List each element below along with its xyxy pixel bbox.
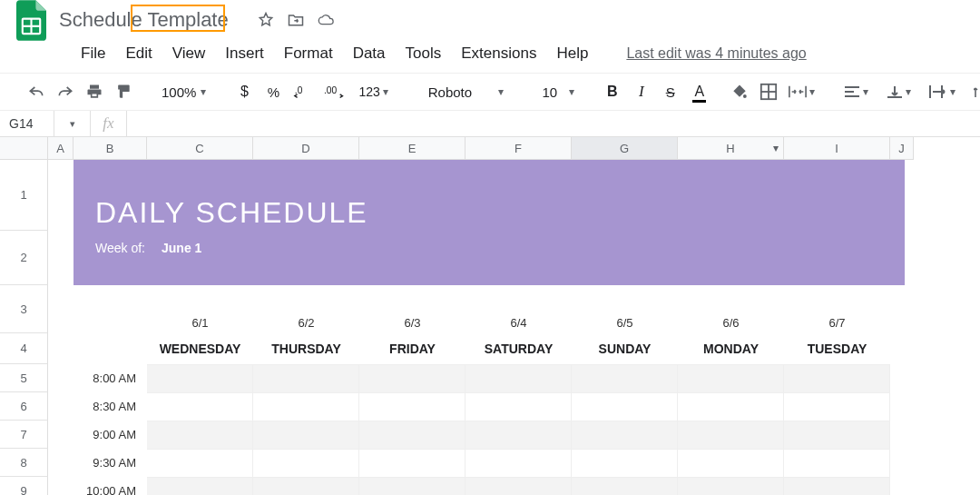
cell[interactable] (359, 421, 466, 449)
column-header[interactable]: F (466, 137, 572, 160)
column-header[interactable]: B (74, 137, 147, 160)
cell[interactable] (572, 449, 678, 477)
row-header[interactable]: 6 (0, 392, 48, 421)
day-cell[interactable]: FRIDAY (359, 342, 466, 356)
text-rotation-select[interactable]: A▾ (968, 78, 980, 105)
strikethrough-button[interactable]: S (656, 78, 685, 105)
cell[interactable] (253, 364, 359, 392)
font-family-select[interactable]: Roboto▾ (412, 78, 516, 105)
menu-data[interactable]: Data (343, 41, 396, 66)
borders-icon[interactable] (754, 78, 783, 105)
cell[interactable] (253, 392, 359, 421)
cell[interactable] (678, 392, 784, 421)
horizontal-align-select[interactable]: ▾ (838, 78, 881, 105)
cell[interactable] (784, 421, 890, 449)
paint-format-icon[interactable] (109, 78, 138, 105)
undo-icon[interactable] (22, 78, 51, 105)
grid-area[interactable]: A B C D E F G H▾ I J DAILY SCHEDULE Week… (48, 137, 980, 495)
font-size-select[interactable]: 10▾ (527, 78, 587, 105)
sheets-logo-icon[interactable] (13, 2, 49, 38)
date-cell[interactable]: 6/1 (147, 294, 253, 330)
text-color-button[interactable]: A (685, 78, 714, 105)
cell[interactable] (572, 392, 678, 421)
time-label[interactable]: 8:00 AM (74, 364, 147, 392)
column-header[interactable]: E (359, 137, 466, 160)
row-header[interactable]: 7 (0, 421, 48, 449)
menu-format[interactable]: Format (274, 41, 343, 66)
cell[interactable] (359, 449, 466, 477)
increase-decimal-icon[interactable]: .00 (318, 78, 353, 105)
move-to-folder-icon[interactable] (287, 11, 305, 29)
cell[interactable] (572, 421, 678, 449)
date-cell[interactable]: 6/5 (572, 294, 678, 330)
day-cell[interactable]: MONDAY (678, 342, 784, 356)
row-header[interactable]: 4 (0, 333, 48, 364)
italic-button[interactable]: I (627, 78, 656, 105)
row-header[interactable]: 1 (0, 160, 48, 231)
date-cell[interactable]: 6/2 (253, 294, 359, 330)
date-cell[interactable]: 6/7 (784, 294, 890, 330)
time-label[interactable]: 8:30 AM (74, 392, 147, 421)
cell[interactable] (678, 364, 784, 392)
menu-view[interactable]: View (162, 41, 216, 66)
day-cell[interactable]: THURSDAY (253, 342, 359, 356)
select-all-corner[interactable] (0, 137, 48, 160)
cell[interactable] (253, 449, 359, 477)
cell[interactable] (466, 392, 572, 421)
column-header[interactable]: A (48, 137, 74, 160)
print-icon[interactable] (80, 78, 109, 105)
cell[interactable] (466, 421, 572, 449)
cell[interactable] (147, 449, 253, 477)
menu-file[interactable]: File (71, 41, 115, 66)
cell[interactable] (466, 477, 572, 495)
time-label[interactable]: 10:00 AM (74, 477, 147, 495)
day-cell[interactable]: SATURDAY (466, 342, 572, 356)
cell[interactable] (147, 477, 253, 495)
cell[interactable] (359, 364, 466, 392)
cell[interactable] (359, 392, 466, 421)
column-header[interactable]: C (147, 137, 253, 160)
vertical-align-select[interactable]: ▾ (881, 78, 924, 105)
zoom-select[interactable]: 100%▾ (149, 78, 219, 105)
row-header[interactable]: 2 (0, 231, 48, 285)
date-cell[interactable]: 6/4 (466, 294, 572, 330)
decrease-decimal-icon[interactable]: .0 (288, 78, 318, 105)
cell[interactable] (572, 477, 678, 495)
last-edit-link[interactable]: Last edit was 4 minutes ago (616, 42, 816, 65)
text-wrap-select[interactable]: ▾ (924, 78, 968, 105)
menu-help[interactable]: Help (546, 41, 598, 66)
redo-icon[interactable] (51, 78, 80, 105)
cloud-status-icon[interactable] (317, 11, 335, 29)
name-box-dropdown-icon[interactable]: ▾ (54, 111, 91, 136)
bold-button[interactable]: B (598, 78, 627, 105)
row-header[interactable]: 5 (0, 364, 48, 392)
cell[interactable] (359, 477, 466, 495)
date-cell[interactable]: 6/3 (359, 294, 466, 330)
schedule-banner[interactable]: DAILY SCHEDULE Week of: June 1 (74, 160, 905, 285)
column-menu-icon[interactable]: ▾ (773, 142, 779, 154)
cell[interactable] (147, 421, 253, 449)
name-box[interactable]: G14 (0, 111, 54, 136)
menu-edit[interactable]: Edit (115, 41, 162, 66)
day-cell[interactable]: WEDNESDAY (147, 342, 253, 356)
star-icon[interactable] (257, 11, 275, 29)
cell[interactable] (572, 364, 678, 392)
day-cell[interactable]: TUESDAY (784, 342, 890, 356)
column-header[interactable]: H▾ (678, 137, 784, 160)
cell[interactable] (784, 449, 890, 477)
formula-input[interactable] (127, 111, 980, 136)
row-header[interactable]: 8 (0, 449, 48, 477)
cell[interactable] (678, 421, 784, 449)
column-header[interactable]: I (784, 137, 890, 160)
cell[interactable] (253, 421, 359, 449)
time-label[interactable]: 9:30 AM (74, 449, 147, 477)
cell[interactable] (678, 477, 784, 495)
cell[interactable] (784, 477, 890, 495)
format-percent-button[interactable]: % (259, 78, 288, 105)
cell[interactable] (147, 364, 253, 392)
cell[interactable] (678, 449, 784, 477)
cell[interactable] (784, 364, 890, 392)
row-header[interactable]: 3 (0, 285, 48, 333)
menu-insert[interactable]: Insert (215, 41, 274, 66)
cell[interactable] (253, 477, 359, 495)
